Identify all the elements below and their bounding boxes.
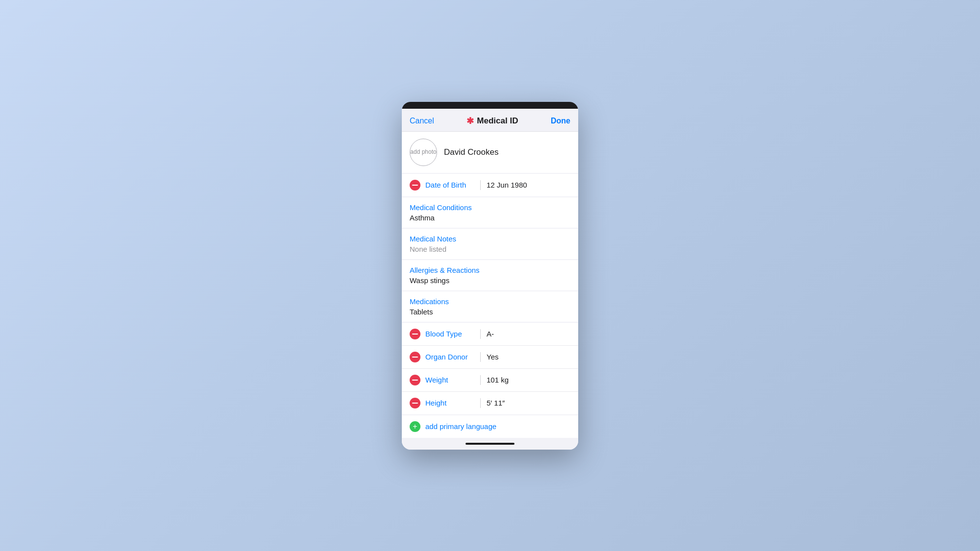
allergies-section[interactable]: Allergies & Reactions Wasp stings — [402, 260, 578, 290]
weight-row[interactable]: Weight 101 kg — [402, 369, 578, 392]
date-of-birth-row[interactable]: Date of Birth 12 Jun 1980 — [402, 174, 578, 196]
nav-title: ✱ Medical ID — [466, 116, 518, 126]
allergies-value: Wasp stings — [410, 276, 570, 285]
cancel-button[interactable]: Cancel — [410, 117, 434, 125]
medical-star-icon: ✱ — [466, 116, 474, 126]
profile-section: add photo David Crookes — [402, 132, 578, 173]
blood-type-label: Blood Type — [425, 330, 474, 338]
medical-notes-value: None listed — [410, 245, 570, 253]
medications-value: Tablets — [410, 308, 570, 316]
remove-weight-icon[interactable] — [410, 375, 420, 385]
weight-label: Weight — [425, 376, 474, 384]
row-divider — [480, 180, 481, 190]
weight-value: 101 kg — [487, 376, 570, 384]
content-area: add photo David Crookes Date of Birth 12… — [402, 132, 578, 439]
nav-title-text: Medical ID — [477, 116, 518, 126]
blood-type-value: A- — [487, 330, 570, 338]
height-row[interactable]: Height 5′ 11″ — [402, 392, 578, 414]
date-of-birth-value: 12 Jun 1980 — [487, 181, 570, 189]
add-photo-label: add photo — [410, 148, 436, 155]
done-button[interactable]: Done — [551, 117, 570, 125]
home-bar — [466, 443, 514, 445]
row-divider — [480, 329, 481, 339]
remove-dob-icon[interactable] — [410, 180, 420, 191]
remove-blood-type-icon[interactable] — [410, 329, 420, 339]
medications-label: Medications — [410, 297, 570, 306]
medical-notes-label: Medical Notes — [410, 235, 570, 243]
row-divider — [480, 352, 481, 362]
organ-donor-value: Yes — [487, 353, 570, 361]
add-photo-button[interactable]: add photo — [410, 139, 437, 166]
medications-section[interactable]: Medications Tablets — [402, 291, 578, 322]
profile-name: David Crookes — [444, 147, 570, 157]
height-value: 5′ 11″ — [487, 399, 570, 407]
date-of-birth-label: Date of Birth — [425, 181, 474, 189]
row-divider — [480, 375, 481, 385]
home-indicator — [402, 439, 578, 450]
row-divider — [480, 398, 481, 408]
status-bar — [402, 102, 578, 109]
remove-height-icon[interactable] — [410, 398, 420, 408]
medical-conditions-label: Medical Conditions — [410, 203, 570, 212]
vitals-section: Blood Type A- Organ Donor Yes Weight 101… — [402, 323, 578, 414]
organ-donor-label: Organ Donor — [425, 353, 474, 361]
medical-conditions-section[interactable]: Medical Conditions Asthma — [402, 197, 578, 228]
height-label: Height — [425, 399, 474, 407]
medical-conditions-value: Asthma — [410, 214, 570, 222]
add-language-label: add primary language — [425, 422, 496, 431]
remove-organ-donor-icon[interactable] — [410, 352, 420, 362]
date-of-birth-section: Date of Birth 12 Jun 1980 — [402, 174, 578, 196]
allergies-label: Allergies & Reactions — [410, 266, 570, 274]
blood-type-row[interactable]: Blood Type A- — [402, 323, 578, 346]
phone-frame: Cancel ✱ Medical ID Done add photo David… — [402, 102, 578, 450]
organ-donor-row[interactable]: Organ Donor Yes — [402, 346, 578, 369]
add-language-row[interactable]: add primary language — [402, 415, 578, 438]
add-language-icon[interactable] — [410, 421, 420, 432]
nav-bar: Cancel ✱ Medical ID Done — [402, 109, 578, 132]
medical-notes-section[interactable]: Medical Notes None listed — [402, 229, 578, 259]
